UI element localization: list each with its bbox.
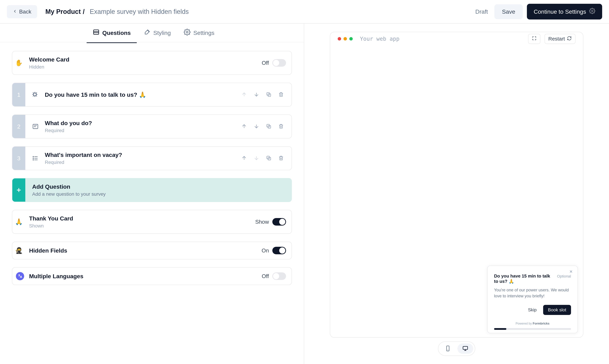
popup-footer: Powered by Formbricks <box>494 322 571 325</box>
browser-mock: Your web app Restart <box>330 32 583 338</box>
languages-badge <box>12 268 25 285</box>
popup-optional-label: Optional <box>557 274 571 279</box>
languages-toggle[interactable] <box>272 273 286 280</box>
move-down-button[interactable] <box>253 122 260 131</box>
cta-question-icon <box>32 91 39 98</box>
question-number: 1 <box>12 83 25 106</box>
breadcrumb: My Product / Example survey with Hidden … <box>45 8 189 15</box>
traffic-green-icon <box>349 37 353 40</box>
continue-label: Continue to Settings <box>534 8 586 15</box>
move-up-button[interactable] <box>240 154 248 163</box>
popup-body: You're one of our power users. We would … <box>494 287 571 299</box>
tab-styling[interactable]: Styling <box>142 23 172 43</box>
card-title: Do you have 15 min to talk to us? 🙏 <box>45 91 146 98</box>
svg-rect-1 <box>94 30 99 35</box>
question-card-1[interactable]: 1 Do you have 15 min to talk to us? 🙏 <box>12 83 292 107</box>
traffic-yellow-icon <box>343 37 347 40</box>
back-button[interactable]: Back <box>7 5 37 18</box>
move-down-button <box>253 154 260 163</box>
popup-progress-bar <box>494 328 506 330</box>
duplicate-button[interactable] <box>265 91 273 99</box>
hidden-fields-card[interactable]: 🥷 Hidden Fields On <box>12 242 292 260</box>
survey-name[interactable]: Example survey with Hidden fields <box>90 8 189 15</box>
restart-preview-button[interactable]: Restart <box>544 34 575 44</box>
breadcrumb-separator: / <box>83 8 85 15</box>
save-button[interactable]: Save <box>494 4 523 19</box>
pray-icon: 🙏 <box>12 210 25 234</box>
popup-skip-button[interactable]: Skip <box>525 305 540 315</box>
device-mobile-button[interactable] <box>440 343 456 354</box>
brush-icon <box>144 29 150 37</box>
delete-button[interactable] <box>277 91 285 99</box>
arrow-left-icon <box>13 9 17 15</box>
duplicate-button[interactable] <box>265 122 273 131</box>
duplicate-button[interactable] <box>265 154 273 163</box>
restart-label: Restart <box>548 36 565 42</box>
svg-point-8 <box>33 156 34 157</box>
card-title: Add Question <box>32 183 106 190</box>
device-desktop-button[interactable] <box>458 343 473 354</box>
traffic-lights <box>338 37 353 40</box>
card-title: Thank You Card <box>29 215 73 222</box>
smartphone-icon <box>445 345 451 352</box>
multiple-languages-card[interactable]: Multiple Languages Off <box>12 267 292 285</box>
add-question-card[interactable]: Add Question Add a new question to your … <box>12 178 292 202</box>
device-switcher <box>438 341 475 356</box>
svg-point-2 <box>186 31 188 33</box>
card-title: Welcome Card <box>29 56 69 63</box>
rows-icon <box>93 29 100 37</box>
move-up-button <box>240 91 248 99</box>
toggle-label: Show <box>255 219 269 225</box>
toggle-label: Off <box>262 60 269 66</box>
card-title: What do you do? <box>45 120 92 127</box>
cards-list: ✋ Welcome Card Hidden Off 1 <box>0 42 304 294</box>
popup-cta-button[interactable]: Book slot <box>543 305 571 315</box>
popup-progress <box>494 328 571 330</box>
expand-preview-button[interactable] <box>528 34 541 44</box>
tab-label: Settings <box>193 30 214 36</box>
question-card-2[interactable]: 2 What do you do? Required <box>12 115 292 138</box>
continue-to-settings-button[interactable]: Continue to Settings <box>527 4 602 19</box>
survey-popup: Do you have 15 min to talk to us? 🙏 Opti… <box>487 266 578 333</box>
tab-questions[interactable]: Questions <box>91 23 132 43</box>
welcome-card[interactable]: ✋ Welcome Card Hidden Off <box>12 51 292 75</box>
tab-label: Styling <box>153 30 171 36</box>
gear-icon <box>184 29 190 37</box>
thank-you-toggle[interactable] <box>272 218 286 226</box>
ninja-icon: 🥷 <box>12 242 25 259</box>
powered-by-pre: Powered by <box>515 322 533 325</box>
preview-canvas: Do you have 15 min to talk to us? 🙏 Opti… <box>330 46 583 337</box>
hidden-fields-toggle[interactable] <box>272 247 286 254</box>
question-number: 3 <box>12 147 25 170</box>
plus-icon <box>12 178 25 202</box>
welcome-toggle[interactable] <box>272 59 286 67</box>
list-question-icon <box>32 155 39 161</box>
editor-panel: Questions Styling Settings ✋ <box>0 23 304 364</box>
popup-title: Do you have 15 min to talk to us? 🙏 <box>494 273 554 284</box>
card-subtitle: Required <box>45 160 122 165</box>
powered-by-brand: Formbricks <box>533 322 549 325</box>
tab-settings[interactable]: Settings <box>182 23 216 43</box>
delete-button[interactable] <box>277 154 285 163</box>
traffic-red-icon <box>338 37 341 40</box>
move-down-button[interactable] <box>253 91 260 99</box>
move-up-button[interactable] <box>240 122 248 131</box>
card-title: Multiple Languages <box>29 273 83 280</box>
browser-title: Your web app <box>360 36 399 42</box>
svg-point-10 <box>33 160 34 160</box>
question-card-3[interactable]: 3 What's important on vacay? Required <box>12 146 292 170</box>
preview-panel: Your web app Restart <box>304 23 609 364</box>
browser-bar: Your web app Restart <box>330 32 583 46</box>
expand-icon <box>532 36 537 42</box>
back-label: Back <box>19 9 31 15</box>
translate-icon <box>16 272 24 280</box>
delete-button[interactable] <box>277 122 285 131</box>
card-title: What's important on vacay? <box>45 152 122 158</box>
card-title: Hidden Fields <box>29 247 67 254</box>
thank-you-card[interactable]: 🙏 Thank You Card Shown Show <box>12 210 292 234</box>
close-popup-button[interactable] <box>568 269 574 274</box>
question-number: 2 <box>12 115 25 138</box>
monitor-icon <box>462 345 468 352</box>
card-subtitle: Shown <box>29 223 73 229</box>
toggle-label: Off <box>262 273 269 279</box>
